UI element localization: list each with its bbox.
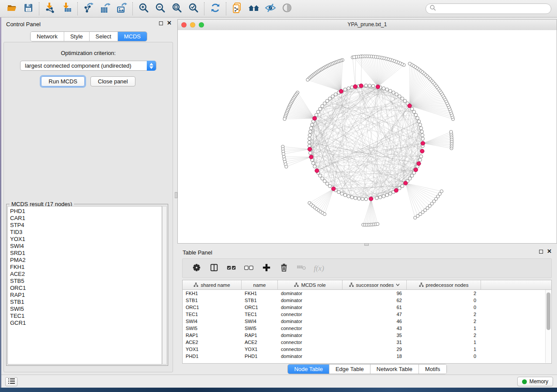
graph-node[interactable] bbox=[347, 87, 350, 90]
tab-network-table[interactable]: Network Table bbox=[370, 364, 419, 374]
graph-node[interactable] bbox=[419, 155, 423, 158]
column-header-MCDS-role[interactable]: MCDS role bbox=[278, 280, 343, 289]
graph-node[interactable] bbox=[318, 107, 322, 111]
search-input[interactable] bbox=[438, 4, 551, 13]
tab-node-table[interactable]: Node Table bbox=[288, 364, 329, 374]
result-list-item[interactable]: GCR1 bbox=[10, 320, 162, 327]
close-panel-icon[interactable]: ✕ bbox=[167, 21, 172, 25]
graph-hub-node[interactable] bbox=[420, 149, 424, 153]
result-list-item[interactable]: STP4 bbox=[10, 222, 162, 229]
result-list-item[interactable]: ORC1 bbox=[10, 285, 162, 292]
show-all-button[interactable] bbox=[279, 2, 295, 15]
graph-node[interactable] bbox=[395, 93, 398, 96]
export-image-button[interactable] bbox=[114, 2, 130, 15]
graph-leaf-node[interactable] bbox=[450, 131, 453, 134]
open-file-button[interactable] bbox=[3, 2, 20, 15]
graph-leaf-node[interactable] bbox=[285, 165, 288, 168]
zoom-selected-button[interactable] bbox=[185, 2, 202, 15]
graph-node[interactable] bbox=[368, 84, 371, 88]
scrollbar-thumb[interactable] bbox=[547, 292, 550, 330]
graph-hub-node[interactable] bbox=[417, 162, 421, 165]
graph-leaf-node[interactable] bbox=[440, 190, 443, 193]
graph-node[interactable] bbox=[311, 123, 314, 127]
graph-node[interactable] bbox=[389, 89, 392, 93]
graph-node[interactable] bbox=[385, 88, 389, 91]
table-scrollbar[interactable] bbox=[545, 290, 551, 363]
show-column-button[interactable] bbox=[208, 262, 221, 275]
graph-node[interactable] bbox=[308, 137, 311, 141]
graph-node[interactable] bbox=[420, 130, 424, 134]
column-header-name[interactable]: name bbox=[242, 280, 278, 289]
run-mcds-button[interactable]: Run MCDS bbox=[41, 76, 85, 86]
graph-hub-node[interactable] bbox=[421, 141, 425, 145]
table-row[interactable]: SWI4SWI4dominator462 bbox=[183, 318, 551, 325]
graph-node[interactable] bbox=[416, 117, 419, 120]
export-network-button[interactable] bbox=[80, 2, 97, 15]
table-row[interactable]: ORC1ORC1dominator610 bbox=[183, 304, 551, 311]
import-table-button[interactable] bbox=[59, 2, 75, 15]
graph-hub-node[interactable] bbox=[309, 155, 313, 159]
graph-node[interactable] bbox=[331, 95, 335, 98]
table-row[interactable]: SWI5SWI5connector431 bbox=[183, 325, 551, 332]
result-list-item[interactable]: FKH1 bbox=[10, 264, 162, 271]
graph-node[interactable] bbox=[328, 97, 332, 100]
graph-leaf-node[interactable] bbox=[353, 55, 356, 58]
result-list-item[interactable]: SWI4 bbox=[10, 243, 162, 250]
graph-node[interactable] bbox=[337, 190, 341, 194]
graph-node[interactable] bbox=[372, 84, 375, 88]
graph-hub-node[interactable] bbox=[332, 187, 336, 191]
graph-node[interactable] bbox=[389, 192, 392, 196]
import-network-button[interactable] bbox=[42, 2, 59, 15]
graph-node[interactable] bbox=[318, 174, 322, 178]
graph-node[interactable] bbox=[325, 182, 329, 186]
first-neighbors-button[interactable] bbox=[246, 2, 262, 15]
task-history-button[interactable] bbox=[5, 377, 17, 386]
graph-node[interactable] bbox=[410, 107, 414, 111]
graph-node[interactable] bbox=[311, 162, 315, 165]
graph-node[interactable] bbox=[421, 134, 424, 137]
apply-layout-button[interactable] bbox=[207, 2, 224, 15]
zoom-out-button[interactable] bbox=[152, 2, 169, 15]
graph-node[interactable] bbox=[309, 151, 312, 155]
graph-node[interactable] bbox=[382, 195, 385, 198]
table-row[interactable]: STB1STB1dominator620 bbox=[183, 297, 551, 304]
graph-node[interactable] bbox=[385, 193, 389, 197]
column-header-predecessor-nodes[interactable]: predecessor nodes bbox=[407, 280, 481, 289]
graph-node[interactable] bbox=[313, 165, 317, 168]
select-all-button[interactable] bbox=[225, 262, 238, 275]
result-list-item[interactable]: TID3 bbox=[10, 229, 162, 236]
add-row-button[interactable] bbox=[260, 262, 273, 275]
close-panel-icon[interactable]: ✕ bbox=[547, 249, 552, 254]
zoom-in-button[interactable] bbox=[135, 2, 152, 15]
hide-selected-button[interactable] bbox=[262, 2, 279, 15]
graph-node[interactable] bbox=[323, 179, 326, 183]
graph-node[interactable] bbox=[412, 110, 416, 114]
graph-node[interactable] bbox=[347, 195, 350, 198]
graph-node[interactable] bbox=[403, 99, 407, 103]
graph-leaf-node[interactable] bbox=[283, 117, 286, 120]
graph-node[interactable] bbox=[419, 123, 422, 127]
float-panel-icon[interactable] bbox=[159, 21, 163, 25]
result-list-item[interactable]: PMA2 bbox=[10, 257, 162, 264]
graph-hub-node[interactable] bbox=[376, 85, 380, 89]
graph-hub-node[interactable] bbox=[369, 197, 373, 201]
network-canvas[interactable] bbox=[178, 30, 557, 243]
delete-table-button[interactable] bbox=[295, 262, 308, 275]
tab-motifs[interactable]: Motifs bbox=[419, 364, 446, 374]
mcds-result-list[interactable]: PHD1CAR1STP4TID3YOX1SWI4SRD1PMA2FKH1ACE2… bbox=[7, 206, 162, 364]
result-list-item[interactable]: SRD1 bbox=[10, 250, 162, 257]
float-panel-icon[interactable] bbox=[539, 250, 543, 254]
result-list-item[interactable]: PHD1 bbox=[10, 208, 162, 215]
memory-button[interactable]: Memory bbox=[517, 377, 553, 386]
graph-hub-node[interactable] bbox=[404, 181, 408, 185]
export-table-button[interactable] bbox=[97, 2, 114, 15]
graph-node[interactable] bbox=[379, 196, 382, 199]
table-row[interactable]: YOX1YOX1connector291 bbox=[183, 346, 551, 353]
graph-node[interactable] bbox=[421, 137, 425, 141]
graph-node[interactable] bbox=[398, 95, 401, 98]
graph-node[interactable] bbox=[414, 113, 418, 117]
graph-hub-node[interactable] bbox=[313, 117, 317, 120]
delete-row-button[interactable] bbox=[277, 262, 291, 275]
graph-node[interactable] bbox=[309, 130, 312, 134]
graph-node[interactable] bbox=[364, 84, 368, 87]
